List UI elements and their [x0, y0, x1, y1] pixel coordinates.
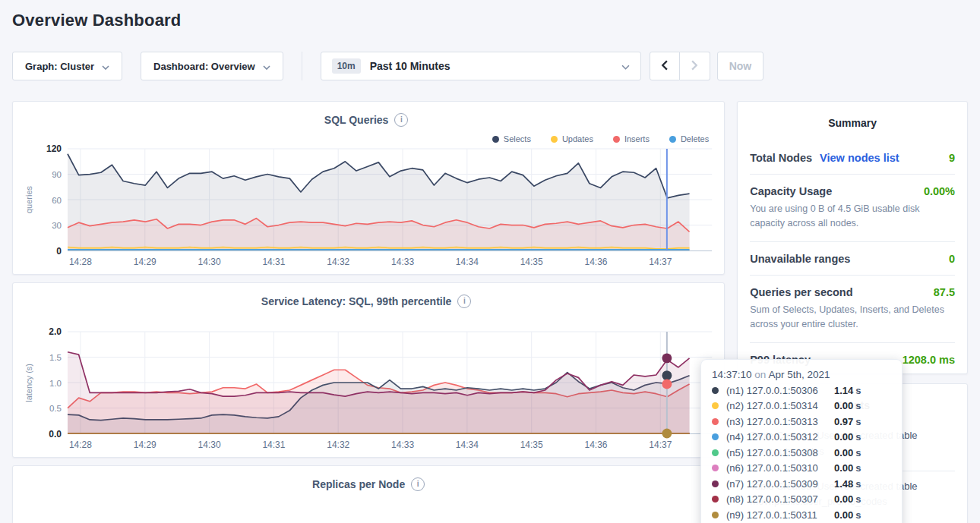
x-axis-tick: 14:29 — [134, 257, 156, 267]
legend-label: Updates — [562, 134, 593, 143]
now-button[interactable]: Now — [717, 52, 764, 80]
x-axis-tick: 14:35 — [520, 257, 543, 267]
tooltip-row: (n7) 127.0.0.1:503091.48s — [712, 478, 891, 490]
node-color-dot-icon — [712, 387, 719, 394]
summary-row-main: Total NodesView nodes list9 — [750, 152, 955, 164]
x-axis-tick: 14:30 — [198, 257, 221, 267]
chevron-left-icon — [661, 60, 668, 73]
info-icon[interactable]: i — [457, 295, 471, 308]
x-axis-tick: 14:33 — [391, 440, 414, 450]
tooltip-node-value: 1.14s — [834, 385, 861, 396]
summary-metric-description: Sum of Selects, Updates, Inserts, and De… — [750, 303, 955, 332]
x-axis-tick: 14:36 — [585, 257, 608, 267]
summary-metric-label: Unavailable ranges — [750, 253, 850, 265]
node-color-dot-icon — [712, 433, 719, 440]
tooltip-node-label: (n4) 127.0.0.1:50312 — [726, 431, 834, 443]
charts-column: SQL Queries i SelectsUpdatesInsertsDelet… — [12, 101, 725, 523]
x-axis-tick: 14:36 — [585, 440, 608, 450]
legend-dot-icon — [669, 136, 676, 143]
chevron-down-icon — [102, 61, 109, 72]
summary-row: Unavailable ranges0 — [750, 242, 955, 276]
legend-label: Inserts — [624, 134, 650, 143]
tooltip-node-unit: s — [855, 416, 861, 427]
summary-metric-value: 9 — [949, 152, 955, 164]
chart-title: Replicas per Node — [312, 478, 405, 490]
x-axis-tick: 14:32 — [327, 440, 349, 450]
tooltip-node-value: 0.00s — [834, 400, 861, 411]
y-axis-tick: 120 — [46, 143, 62, 154]
time-range-label: Past 10 Minutes — [370, 60, 450, 72]
summary-row-main: Capacity Usage0.00% — [750, 185, 955, 197]
x-axis-tick: 14:37 — [649, 257, 672, 267]
x-axis-tick: 14:28 — [69, 257, 92, 267]
node-color-dot-icon — [712, 496, 719, 503]
graph-dropdown-label: Graph: Cluster — [25, 61, 94, 72]
x-axis-tick: 14:31 — [262, 440, 285, 450]
legend-dot-icon — [492, 136, 499, 143]
time-range-badge: 10m — [332, 58, 361, 74]
tooltip-node-value: 0.00s — [834, 447, 861, 458]
y-axis-tick: 1.5 — [49, 353, 62, 362]
dashboard-dropdown[interactable]: Dashboard: Overview — [141, 52, 283, 80]
x-axis-tick: 14:34 — [456, 257, 479, 267]
tooltip-row: (n5) 127.0.0.1:503080.00s — [712, 447, 891, 458]
time-range-selector[interactable]: 10m Past 10 Minutes — [321, 52, 641, 80]
tooltip-node-label: (n7) 127.0.0.1:50309 — [726, 478, 834, 490]
y-axis-ticks: 0.00.51.01.52.0 — [37, 332, 68, 434]
y-axis-label: latency (s) — [24, 364, 33, 402]
tooltip-node-value: 0.00s — [834, 493, 861, 505]
tooltip-row: (n6) 127.0.0.1:503100.00s — [712, 462, 891, 474]
tooltip-timestamp: 14:37:10 on Apr 5th, 2021 — [712, 369, 891, 380]
y-axis-tick: 60 — [52, 196, 62, 205]
chevron-down-icon — [263, 61, 270, 72]
summary-row: Capacity Usage0.00%You are using 0 B of … — [750, 175, 955, 242]
x-axis-ticks: 14:2814:2914:3014:3114:3214:3314:3414:35… — [68, 440, 712, 451]
tooltip-node-value: 0.00s — [834, 431, 861, 443]
tooltip-node-value: 0.00s — [834, 509, 861, 521]
page-title: Overview Dashboard — [12, 11, 980, 30]
tooltip-node-value: 0.97s — [834, 416, 861, 427]
chart-legend: SelectsUpdatesInsertsDeletes — [21, 134, 709, 144]
toolbar: Graph: Cluster Dashboard: Overview 10m P… — [12, 52, 968, 80]
node-color-dot-icon — [712, 480, 719, 487]
x-axis-tick: 14:31 — [262, 257, 285, 267]
toolbar-divider — [302, 52, 302, 80]
tooltip-node-unit: s — [855, 385, 861, 396]
x-axis-tick: 14:37 — [649, 440, 672, 450]
tooltip-node-unit: s — [855, 431, 861, 443]
x-axis-tick: 14:33 — [391, 257, 414, 267]
node-color-dot-icon — [712, 512, 719, 518]
chevron-right-icon — [691, 60, 698, 73]
tooltip-node-label: (n6) 127.0.0.1:50310 — [726, 462, 834, 474]
plot-area[interactable] — [68, 149, 712, 251]
graph-dropdown[interactable]: Graph: Cluster — [12, 52, 122, 80]
tooltip-node-unit: s — [855, 509, 861, 521]
x-axis-tick: 14:28 — [69, 440, 92, 450]
view-nodes-list-link[interactable]: View nodes list — [820, 152, 899, 164]
tooltip-node-value: 1.48s — [834, 478, 861, 490]
legend-item[interactable]: Selects — [492, 134, 531, 144]
plot-area[interactable] — [68, 332, 712, 434]
summary-row: Total NodesView nodes list9 — [750, 141, 955, 175]
y-axis-tick: 0.0 — [49, 429, 62, 440]
tooltip-node-label: (n5) 127.0.0.1:50308 — [726, 447, 834, 458]
legend-item[interactable]: Inserts — [613, 134, 650, 144]
chart-title: Service Latency: SQL, 99th percentile — [261, 295, 452, 307]
x-axis-tick: 14:29 — [134, 440, 156, 450]
summary-row-main: Queries per second87.5 — [750, 286, 955, 298]
info-icon[interactable]: i — [411, 477, 425, 491]
tooltip-row: (n2) 127.0.0.1:503140.00s — [712, 400, 891, 411]
legend-item[interactable]: Updates — [551, 134, 593, 144]
summary-row-main: Unavailable ranges0 — [750, 253, 955, 265]
info-icon[interactable]: i — [394, 113, 408, 127]
time-prev-button[interactable] — [650, 52, 680, 80]
legend-item[interactable]: Deletes — [669, 134, 709, 144]
tooltip-node-label: (n1) 127.0.0.1:50306 — [726, 385, 834, 396]
node-color-dot-icon — [712, 402, 719, 409]
y-axis-ticks: 0306090120 — [37, 149, 68, 251]
tooltip-row: (n8) 127.0.0.1:503070.00s — [712, 493, 891, 505]
y-axis-tick: 90 — [52, 170, 62, 179]
tooltip-node-label: (n2) 127.0.0.1:50314 — [726, 400, 834, 411]
time-next-button[interactable] — [680, 52, 710, 80]
summary-metric-label: Queries per second — [750, 286, 852, 298]
